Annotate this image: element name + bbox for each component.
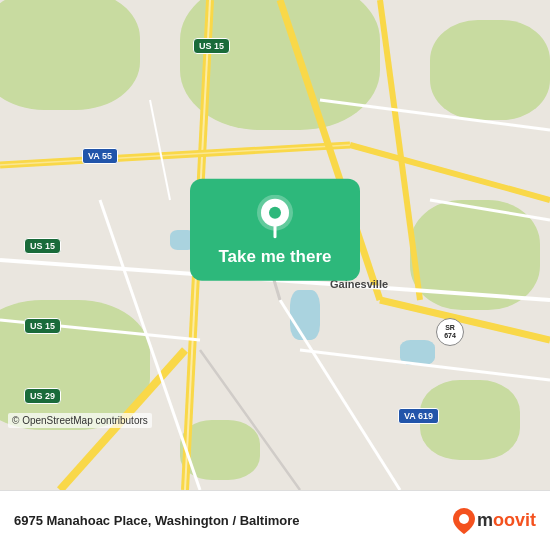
location-pin-icon xyxy=(253,195,297,239)
svg-line-12 xyxy=(300,350,550,380)
svg-line-10 xyxy=(100,200,200,490)
svg-line-18 xyxy=(200,350,300,490)
osm-credit: © OpenStreetMap contributors xyxy=(8,413,152,428)
moovit-logo: moovit xyxy=(453,508,536,534)
svg-line-13 xyxy=(430,200,550,220)
badge-us15-bot: US 15 xyxy=(24,318,61,334)
info-bar: 6975 Manahoac Place, Washington / Baltim… xyxy=(0,490,550,550)
badge-us15-top: US 15 xyxy=(193,38,230,54)
svg-line-14 xyxy=(320,100,550,130)
moovit-text: moovit xyxy=(477,510,536,531)
map-container: US 15 VA 55 US 15 US 15 US 29 SR 674 VA … xyxy=(0,0,550,490)
svg-line-6 xyxy=(380,300,550,340)
badge-va55: VA 55 xyxy=(82,148,118,164)
moovit-pin-icon xyxy=(453,508,475,534)
svg-point-21 xyxy=(269,207,281,219)
svg-line-7 xyxy=(380,0,420,300)
svg-line-8 xyxy=(350,145,550,200)
badge-va619: VA 619 xyxy=(398,408,439,424)
badge-us15-mid: US 15 xyxy=(24,238,61,254)
svg-line-11 xyxy=(280,300,400,490)
address-line: 6975 Manahoac Place, Washington / Baltim… xyxy=(14,513,441,528)
svg-line-16 xyxy=(150,100,170,200)
svg-point-22 xyxy=(459,514,469,524)
badge-sr674: SR 674 xyxy=(436,318,464,346)
take-me-there-button[interactable]: Take me there xyxy=(190,179,360,281)
take-me-there-label: Take me there xyxy=(218,247,331,267)
address-section: 6975 Manahoac Place, Washington / Baltim… xyxy=(14,513,441,528)
svg-line-4 xyxy=(0,145,350,165)
badge-us29: US 29 xyxy=(24,388,61,404)
